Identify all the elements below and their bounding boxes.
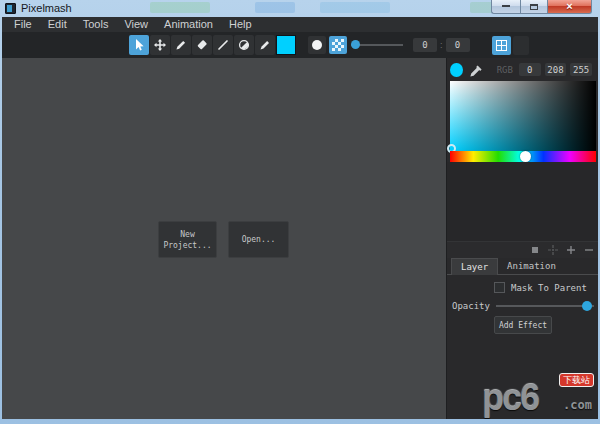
pointer-icon xyxy=(133,39,145,51)
maximize-button[interactable] xyxy=(520,0,547,14)
open-button[interactable]: Open... xyxy=(228,221,289,258)
open-label: Open... xyxy=(242,234,276,245)
close-button[interactable]: × xyxy=(547,0,592,14)
pc6-suffix: .com xyxy=(563,398,592,412)
remove-layer-icon[interactable] xyxy=(582,244,595,257)
add-effect-label: Add Effect xyxy=(499,321,547,330)
line-icon xyxy=(217,39,229,51)
crosshair-icon[interactable] xyxy=(546,244,559,257)
opacity-row: Opacity xyxy=(452,298,594,314)
close-icon: × xyxy=(566,1,572,12)
side-panel: RGB 0 208 255 xyxy=(446,58,598,419)
coord-y-field[interactable]: 0 xyxy=(446,38,470,52)
minimize-button[interactable] xyxy=(491,0,520,14)
mask-to-parent-row[interactable]: Mask To Parent xyxy=(494,282,587,293)
maximize-icon xyxy=(530,4,538,10)
brush-size-slider[interactable] xyxy=(351,36,403,54)
window-title: Pixelmash xyxy=(21,2,72,14)
panel-tabs: Layer Animation xyxy=(447,258,598,275)
opacity-slider[interactable] xyxy=(496,299,594,313)
app-window: Pixelmash × File Edit Tools View Animati… xyxy=(0,0,600,424)
pencil-tool-button[interactable] xyxy=(171,35,191,55)
new-project-label-line1: New xyxy=(180,229,194,240)
add-layer-icon[interactable] xyxy=(564,244,577,257)
new-project-button[interactable]: New Project... xyxy=(158,221,217,258)
menu-item-edit[interactable]: Edit xyxy=(40,17,75,32)
tab-layer[interactable]: Layer xyxy=(451,258,498,275)
eraser-tool-button[interactable] xyxy=(192,35,212,55)
move-icon xyxy=(154,39,166,51)
pencil-icon xyxy=(175,39,187,51)
pc6-badge: 下载站 xyxy=(559,373,594,387)
menu-item-help[interactable]: Help xyxy=(221,17,260,32)
menu-item-view[interactable]: View xyxy=(116,17,156,32)
add-effect-button[interactable]: Add Effect xyxy=(494,316,552,334)
pc6-watermark-logo: pc6 下载站 .com xyxy=(482,374,594,412)
new-project-label-line2: Project... xyxy=(163,240,211,251)
pointer-tool-button[interactable] xyxy=(129,35,149,55)
round-brush-icon xyxy=(312,40,322,50)
eraser-icon xyxy=(196,39,208,51)
current-color-circle[interactable] xyxy=(450,63,463,77)
minimize-icon xyxy=(502,4,510,7)
slider-thumb[interactable] xyxy=(351,40,360,49)
grid-icon xyxy=(496,40,507,51)
canvas-area: New Project... Open... xyxy=(2,58,446,419)
brush-tool-button[interactable] xyxy=(255,35,275,55)
titlebar-glass-artifact xyxy=(255,2,295,13)
layers-toolbar xyxy=(447,241,598,258)
current-color-swatch[interactable] xyxy=(276,35,296,55)
round-brush-shape-button[interactable] xyxy=(308,36,326,54)
mask-to-parent-checkbox[interactable] xyxy=(494,282,505,293)
titlebar-glass-artifact xyxy=(150,2,210,13)
window-controls: × xyxy=(491,0,592,14)
move-tool-button[interactable] xyxy=(150,35,170,55)
opacity-slider-thumb[interactable] xyxy=(582,301,592,311)
fill-contrast-icon xyxy=(238,39,250,51)
swatch-area xyxy=(447,162,598,241)
eyedropper-icon[interactable] xyxy=(469,63,483,77)
saturation-brightness-gradient[interactable] xyxy=(450,81,596,151)
menu-bar: File Edit Tools View Animation Help xyxy=(2,17,598,32)
hue-bar[interactable] xyxy=(450,151,596,162)
titlebar-glass-artifact xyxy=(320,2,390,13)
menu-item-file[interactable]: File xyxy=(6,17,40,32)
opacity-label: Opacity xyxy=(452,301,490,311)
app-content: File Edit Tools View Animation Help xyxy=(2,17,598,419)
grid-toggle-button[interactable] xyxy=(492,36,511,55)
titlebar: Pixelmash × xyxy=(0,0,600,17)
duplicate-layer-icon[interactable] xyxy=(528,244,541,257)
coord-x-field[interactable]: 0 xyxy=(413,38,437,52)
dither-toggle-button[interactable] xyxy=(329,36,347,54)
green-value-field[interactable]: 208 xyxy=(545,63,567,76)
dither-icon xyxy=(332,39,344,51)
menu-item-tools[interactable]: Tools xyxy=(75,17,117,32)
coord-separator: : xyxy=(440,40,443,50)
hue-cursor[interactable] xyxy=(520,151,531,162)
grid-secondary-button[interactable] xyxy=(513,36,529,55)
opacity-slider-track xyxy=(496,305,594,307)
fill-contrast-tool-button[interactable] xyxy=(234,35,254,55)
tab-animation[interactable]: Animation xyxy=(498,258,565,275)
blue-value-field[interactable]: 255 xyxy=(570,63,592,76)
mask-to-parent-label: Mask To Parent xyxy=(511,283,587,293)
red-value-field[interactable]: 0 xyxy=(519,63,541,76)
main-area: New Project... Open... RGB 0 208 255 xyxy=(2,58,598,419)
pc6-logo-text: pc6 xyxy=(482,380,538,416)
app-icon xyxy=(5,3,16,14)
color-header: RGB 0 208 255 xyxy=(450,61,596,78)
color-mode-label: RGB xyxy=(497,65,513,75)
toolbar: 0 : 0 xyxy=(2,32,598,58)
menu-item-animation[interactable]: Animation xyxy=(156,17,221,32)
brush-icon xyxy=(259,39,271,51)
line-tool-button[interactable] xyxy=(213,35,233,55)
